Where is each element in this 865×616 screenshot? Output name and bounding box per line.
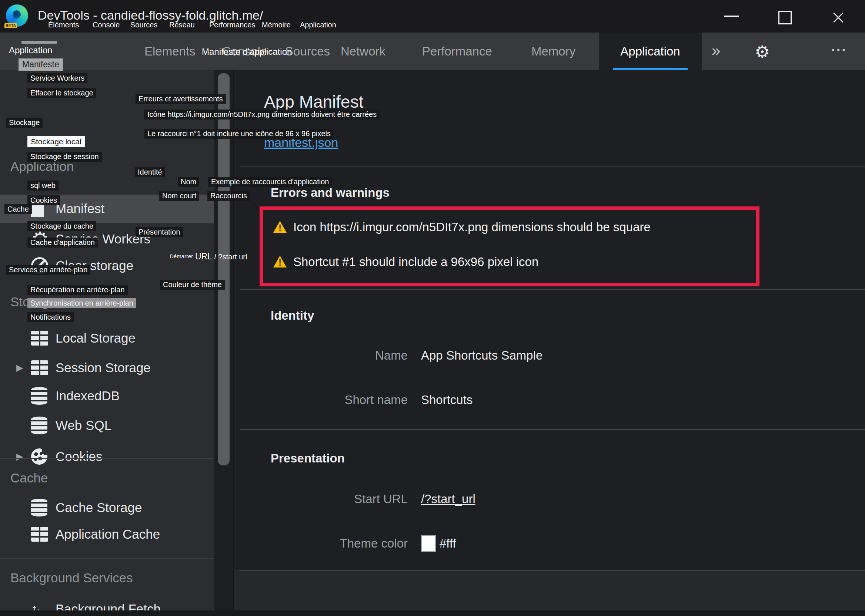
sidebar-item-application-cache[interactable]: Application Cache — [0, 522, 214, 546]
overlay-menu-console: Console — [93, 21, 120, 29]
sidebar-item-session-storage[interactable]: ▶ Session Storage — [0, 356, 214, 380]
sidebar-item-local-storage[interactable]: Local Storage — [0, 326, 214, 350]
sidebar-item-cookies[interactable]: ▶ Cookies — [0, 445, 214, 468]
warning-row: Shortcut #1 should include a 96x96 pixel… — [273, 255, 539, 269]
sidebar-item-indexeddb[interactable]: IndexedDB — [0, 384, 214, 408]
warning-triangle-icon — [273, 256, 287, 267]
sidebar-section-cache: Cache — [10, 471, 48, 486]
sidebar-item-web-sql[interactable]: Web SQL — [0, 413, 214, 437]
tab-elements[interactable]: Elements — [144, 33, 195, 70]
overlay-notifications: Notifications — [27, 312, 74, 322]
sidebar-item-label: Local Storage — [55, 331, 136, 346]
overlay-menu-performances: Performances — [209, 21, 255, 29]
sidebar-item-label: IndexedDB — [55, 388, 120, 403]
sidebar-scrollbar-track[interactable] — [214, 70, 233, 610]
overlay-short-name-value: Raccourcis — [207, 191, 250, 201]
overlay-menu-application: Application — [300, 21, 336, 29]
overlay-background-fetch: Récupération en arrière-plan — [27, 285, 128, 295]
database-icon — [31, 416, 47, 434]
close-button[interactable] — [831, 10, 846, 25]
errors-warnings-heading: Errors and warnings — [271, 186, 389, 200]
field-label: Start URL — [289, 492, 408, 506]
start-url-row: Start URL /?start_url — [234, 492, 865, 508]
page-title: App Manifest — [264, 92, 363, 112]
table-icon — [31, 527, 48, 542]
overlay-name-label: Nom — [178, 177, 199, 187]
devtools-tab-bar: Elements Console Sources Network Perform… — [0, 33, 865, 71]
overlay-cookies: Cookies — [27, 195, 60, 205]
field-value: #fff — [440, 536, 456, 550]
sidebar-section-background-services: Background Services — [10, 570, 133, 585]
sidebar-item-label: Session Storage — [55, 360, 151, 375]
tab-network[interactable]: Network — [341, 33, 386, 70]
field-label: Name — [289, 349, 408, 363]
overlay-presentation-heading: Présentation — [136, 227, 183, 237]
application-panel-sidebar: Application Manifest ⚙ Service Workers C… — [0, 70, 214, 610]
overlay-identity: Identité — [135, 167, 165, 177]
cookie-icon — [31, 448, 47, 465]
overlay-start-url: Démarrer URL / ?start url — [170, 251, 247, 262]
tab-memory[interactable]: Memory — [531, 33, 575, 70]
warning-triangle-icon — [273, 221, 287, 233]
sidebar-separator — [0, 558, 214, 559]
overlay-menu-reseau: Réseau — [169, 21, 195, 29]
beta-badge: BETA — [5, 23, 17, 28]
footer-area — [234, 570, 865, 610]
table-icon — [31, 360, 48, 375]
sidebar-item-cache-storage[interactable]: Cache Storage — [0, 496, 214, 519]
overlay-short-name-label: Nom court — [159, 191, 199, 201]
active-tab-underline — [613, 68, 688, 70]
identity-heading: Identity — [271, 308, 314, 323]
maximize-button[interactable] — [778, 11, 792, 24]
devtools-window: BETA DevTools - candied-flossy-fold.glit… — [0, 0, 865, 616]
field-label: Theme color — [289, 536, 408, 550]
sidebar-item-label: Cache Storage — [55, 500, 142, 515]
warning-row: Icon https://i.imgur.com/n5DIt7x.png dim… — [273, 220, 651, 234]
overlay-menu-memoire: Mémoire — [262, 21, 291, 29]
overlay-tab-indicator-bar — [22, 41, 57, 44]
overlay-name-value: Exemple de raccourcis d'application — [208, 177, 332, 187]
overlay-warning-icon-text: Icône https://i.imgur.com/n5DIt7x.png di… — [144, 110, 380, 119]
more-tabs-icon[interactable]: » — [712, 33, 720, 70]
minimize-button[interactable] — [724, 16, 739, 17]
overlay-session-storage: Stockage de session — [27, 152, 102, 162]
overlay-background-sync: Synchronisation en arrière-plan — [27, 298, 136, 308]
title-bar: BETA DevTools - candied-flossy-fold.glit… — [0, 0, 865, 33]
overlay-app-manifest-title: Manifeste d'application — [202, 47, 292, 57]
warning-text: Icon https://i.imgur.com/n5DIt7x.png dim… — [293, 220, 651, 234]
expand-arrow-icon[interactable]: ▶ — [16, 451, 23, 462]
overlay-application-cache: Cache d'application — [27, 237, 98, 248]
app-manifest-view: App Manifest manifest.json Errors and wa… — [233, 70, 865, 610]
overflow-menu-icon[interactable]: ··· — [831, 33, 847, 70]
edge-beta-logo-icon: BETA — [6, 5, 28, 27]
sidebar-separator — [0, 458, 214, 459]
sidebar-item-label: Cookies — [55, 449, 102, 464]
window-bottom-edge — [0, 610, 865, 616]
overlay-menu-elements: Éléments — [48, 21, 79, 29]
tab-performance[interactable]: Performance — [422, 33, 492, 70]
tab-application-label: Application — [620, 44, 680, 58]
section-separator — [240, 166, 865, 167]
overlay-cache-storage: Stockage du cache — [27, 221, 96, 231]
overlay-service-workers: Service Workers — [27, 73, 87, 83]
expand-arrow-icon[interactable]: ▶ — [16, 363, 23, 373]
start-url-link[interactable]: /?start_url — [421, 492, 476, 506]
edge-logo-center — [13, 10, 21, 19]
sidebar-item-label: Web SQL — [55, 418, 112, 433]
overlay-theme-color-label: Couleur de thème — [160, 280, 225, 290]
database-icon — [31, 387, 47, 405]
theme-color-row: Theme color #fff — [234, 536, 865, 553]
tab-application-active[interactable]: Application — [599, 33, 702, 70]
warning-text: Shortcut #1 should include a 96x96 pixel… — [293, 255, 539, 269]
overlay-clear-storage: Effacer le stockage — [27, 88, 96, 98]
highlight-red-box: Icon https://i.imgur.com/n5DIt7x.png dim… — [260, 206, 759, 286]
overlay-local-storage: Stockage local — [27, 136, 85, 147]
sidebar-item-label: Manifest — [55, 201, 104, 216]
overlay-start-url-value: / ?start url — [214, 253, 247, 261]
overlay-panel-tab: Application — [9, 45, 52, 55]
field-value: App Shortcuts Sample — [421, 349, 542, 363]
presentation-heading: Presentation — [271, 451, 345, 465]
overlay-background-services: Services en arrière-plan — [6, 265, 90, 275]
settings-gear-icon[interactable]: ⚙ — [755, 33, 770, 70]
table-icon — [31, 331, 48, 346]
